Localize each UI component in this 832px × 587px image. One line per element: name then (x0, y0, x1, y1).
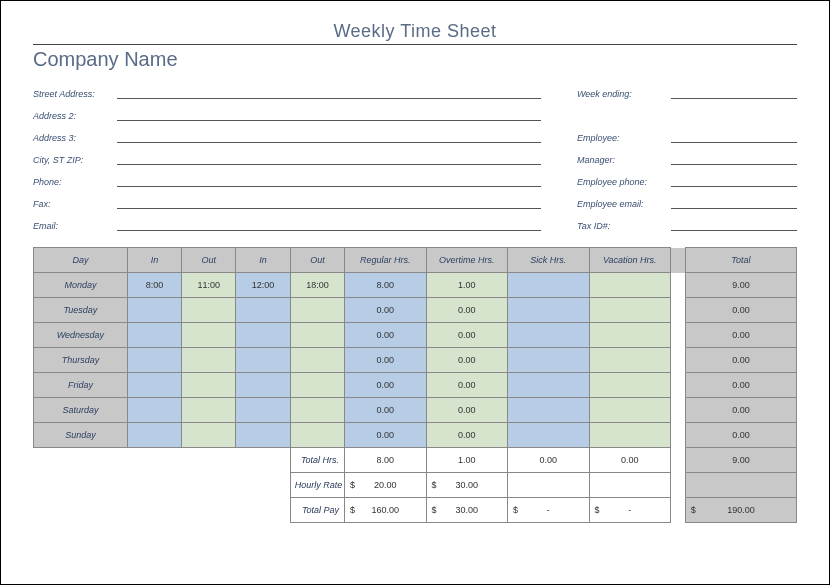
time-out1[interactable] (182, 398, 236, 423)
time-out2[interactable] (290, 323, 344, 348)
sick-hrs[interactable] (508, 423, 589, 448)
field-label: Phone: (33, 177, 117, 187)
field-label: Manager: (577, 155, 671, 165)
timesheet-table: Day In Out In Out Regular Hrs. Overtime … (33, 247, 797, 523)
vac-hrs[interactable] (589, 373, 670, 398)
time-in2[interactable] (236, 423, 290, 448)
time-out2[interactable] (290, 398, 344, 423)
vac-hrs[interactable] (589, 348, 670, 373)
total-hrs-label: Total Hrs. (290, 448, 344, 473)
reg-hrs: 0.00 (345, 323, 426, 348)
field-label: City, ST ZIP: (33, 155, 117, 165)
row-total: 9.00 (685, 273, 796, 298)
day-cell: Tuesday (34, 298, 128, 323)
time-out2[interactable] (290, 373, 344, 398)
field-label: Tax ID#: (577, 221, 671, 231)
reg-hrs: 0.00 (345, 373, 426, 398)
row-total: 0.00 (685, 423, 796, 448)
pay-vac: $- (589, 498, 670, 523)
time-in2[interactable] (236, 348, 290, 373)
field-input-line[interactable] (671, 130, 797, 143)
sick-hrs[interactable] (508, 323, 589, 348)
field-label: Employee email: (577, 199, 671, 209)
info-block: Street Address:Address 2:Address 3:City,… (33, 79, 797, 233)
field-label: Employee: (577, 133, 671, 143)
time-in1[interactable] (127, 298, 181, 323)
vac-hrs[interactable] (589, 273, 670, 298)
time-in2[interactable] (236, 398, 290, 423)
row-total: 0.00 (685, 323, 796, 348)
time-out1[interactable] (182, 373, 236, 398)
reg-hrs: 0.00 (345, 423, 426, 448)
time-out2[interactable] (290, 423, 344, 448)
sick-hrs[interactable] (508, 298, 589, 323)
page-title: Weekly Time Sheet (33, 21, 797, 44)
field-input-line[interactable] (671, 152, 797, 165)
header-row: Day In Out In Out Regular Hrs. Overtime … (34, 248, 797, 273)
total-sick: 0.00 (508, 448, 589, 473)
sick-hrs[interactable] (508, 348, 589, 373)
field-input-line[interactable] (117, 152, 541, 165)
vac-hrs[interactable] (589, 323, 670, 348)
reg-hrs: 0.00 (345, 348, 426, 373)
col-total: Total (685, 248, 796, 273)
row-total: 0.00 (685, 398, 796, 423)
time-in1[interactable] (127, 398, 181, 423)
time-in2[interactable] (236, 373, 290, 398)
time-out1[interactable]: 11:00 (182, 273, 236, 298)
time-out1[interactable] (182, 423, 236, 448)
vac-hrs[interactable] (589, 423, 670, 448)
table-row: Thursday0.000.000.00 (34, 348, 797, 373)
field-input-line[interactable] (671, 218, 797, 231)
field-label: Email: (33, 221, 117, 231)
total-reg: 8.00 (345, 448, 426, 473)
field-input-line[interactable] (117, 196, 541, 209)
reg-hrs: 0.00 (345, 398, 426, 423)
time-in1[interactable] (127, 323, 181, 348)
time-out2[interactable] (290, 298, 344, 323)
field-input-line[interactable] (671, 86, 797, 99)
time-out1[interactable] (182, 298, 236, 323)
day-cell: Saturday (34, 398, 128, 423)
vac-hrs[interactable] (589, 398, 670, 423)
time-out2[interactable] (290, 348, 344, 373)
title-rule (33, 44, 797, 45)
rate-vac[interactable] (589, 473, 670, 498)
field-input-line[interactable] (671, 174, 797, 187)
sick-hrs[interactable] (508, 398, 589, 423)
field-input-line[interactable] (117, 130, 541, 143)
time-in1[interactable] (127, 348, 181, 373)
time-in2[interactable]: 12:00 (236, 273, 290, 298)
field-input-line[interactable] (117, 108, 541, 121)
time-out2[interactable]: 18:00 (290, 273, 344, 298)
col-gap (671, 248, 686, 273)
time-out1[interactable] (182, 323, 236, 348)
field-input-line[interactable] (117, 174, 541, 187)
total-vac: 0.00 (589, 448, 670, 473)
sick-hrs[interactable] (508, 373, 589, 398)
rate-sick[interactable] (508, 473, 589, 498)
reg-hrs: 0.00 (345, 298, 426, 323)
pay-row: Total Pay $160.00 $30.00 $- $- $190.00 (34, 498, 797, 523)
rate-reg[interactable]: $20.00 (345, 473, 426, 498)
time-in1[interactable]: 8:00 (127, 273, 181, 298)
time-in2[interactable] (236, 298, 290, 323)
rate-ot[interactable]: $30.00 (426, 473, 507, 498)
ot-hrs: 1.00 (426, 273, 507, 298)
time-in2[interactable] (236, 323, 290, 348)
ot-hrs: 0.00 (426, 348, 507, 373)
sick-hrs[interactable] (508, 273, 589, 298)
field-input-line[interactable] (671, 196, 797, 209)
day-cell: Thursday (34, 348, 128, 373)
time-out1[interactable] (182, 348, 236, 373)
rate-row: Hourly Rate $20.00 $30.00 (34, 473, 797, 498)
field-label: Week ending: (577, 89, 671, 99)
day-cell: Wednesday (34, 323, 128, 348)
vac-hrs[interactable] (589, 298, 670, 323)
time-in1[interactable] (127, 373, 181, 398)
table-row: Sunday0.000.000.00 (34, 423, 797, 448)
field-input-line[interactable] (117, 86, 541, 99)
info-right: Week ending:Employee:Manager:Employee ph… (577, 79, 797, 233)
field-input-line[interactable] (117, 218, 541, 231)
time-in1[interactable] (127, 423, 181, 448)
